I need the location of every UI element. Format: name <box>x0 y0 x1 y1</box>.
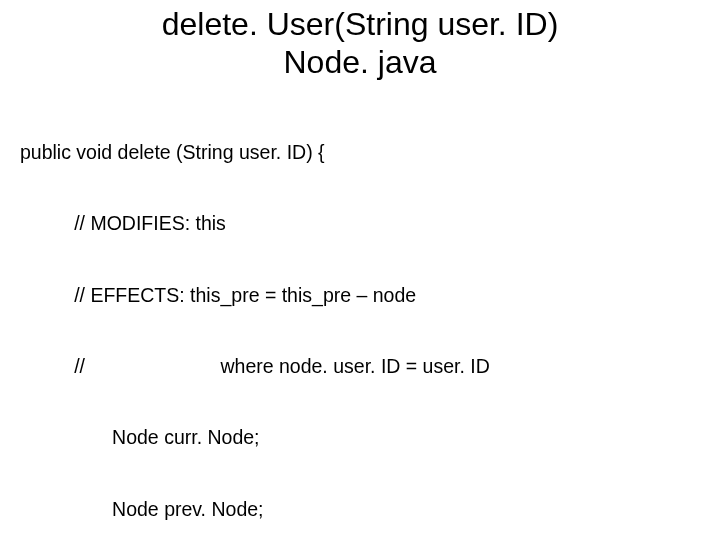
code-line: // EFFECTS: this_pre = this_pre – node <box>20 284 720 308</box>
title-line-2: Node. java <box>284 44 437 80</box>
code-line: public void delete (String user. ID) { <box>20 141 720 165</box>
code-block: public void delete (String user. ID) { /… <box>0 94 720 541</box>
code-line: // MODIFIES: this <box>20 212 720 236</box>
code-line: Node curr. Node; <box>20 426 720 450</box>
slide: delete. User(String user. ID) Node. java… <box>0 0 720 540</box>
slide-title: delete. User(String user. ID) Node. java <box>0 6 720 82</box>
code-line: // where node. user. ID = user. ID <box>20 355 720 379</box>
code-line: Node prev. Node; <box>20 498 720 522</box>
title-line-1: delete. User(String user. ID) <box>162 6 559 42</box>
